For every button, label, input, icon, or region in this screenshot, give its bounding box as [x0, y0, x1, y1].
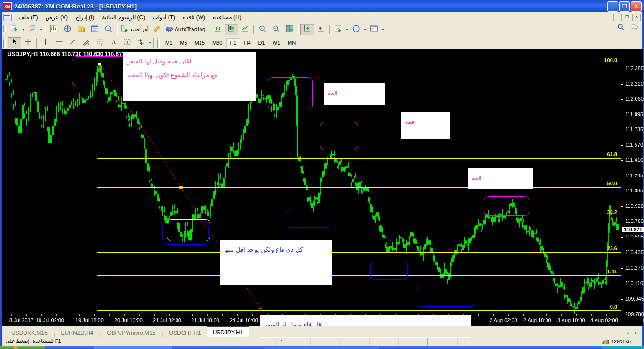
toolbar-grip[interactable]	[157, 38, 160, 48]
drawn-rectangle-shape[interactable]	[268, 77, 313, 110]
menu-item[interactable]: أدوات (T)	[149, 13, 179, 22]
profiles-button[interactable]	[25, 24, 39, 35]
taskbar-button[interactable]	[264, 346, 379, 349]
mdi-restore-button[interactable]: ❐	[623, 14, 631, 21]
templates-dropdown-arrow[interactable]: ▼	[381, 24, 385, 35]
crosshair-tool-button[interactable]	[21, 37, 35, 48]
timeframe-button-mn[interactable]: MN	[284, 38, 299, 48]
toolbar-grip[interactable]	[3, 25, 6, 34]
taskbar-button[interactable]	[94, 346, 172, 349]
menu-item[interactable]: الرسوم البيانية (C)	[98, 13, 149, 22]
tab-scroll-left-icon[interactable]: ◄	[625, 331, 629, 335]
timeframe-button-m15[interactable]: M15	[191, 38, 209, 48]
periods-dropdown-arrow[interactable]: ▼	[363, 24, 367, 35]
chart-tab-eurnzdh4[interactable]: EURNZD,H4	[56, 327, 99, 337]
drawn-rectangle-shape[interactable]	[370, 262, 408, 280]
timeframe-button-h1[interactable]: H1	[226, 38, 240, 48]
line-studies-toolbar: EFAT▼M1M5M15M30H1H4D1W1MN	[2, 36, 642, 49]
text-tool-button[interactable]: A	[107, 37, 121, 48]
toolbar-grip[interactable]	[3, 38, 6, 48]
new-order-button[interactable]: أمر جديد	[119, 24, 150, 35]
chart-candles-button[interactable]	[225, 24, 238, 35]
zoom-out-button[interactable]	[269, 24, 283, 35]
fibonacci-tool-button[interactable]: F	[93, 37, 107, 48]
start-button-fragment[interactable]	[0, 346, 45, 349]
tile-windows-button[interactable]	[283, 24, 297, 35]
strategy-tester-button[interactable]	[102, 24, 115, 35]
timeframe-button-m5[interactable]: M5	[176, 38, 191, 48]
chart-line-button[interactable]	[238, 24, 252, 35]
search-icon[interactable]	[617, 24, 625, 33]
chart-tab-usddkkm15[interactable]: USDDKK,M15	[6, 327, 53, 337]
menu-item[interactable]: عرض (V)	[41, 13, 72, 22]
menu-item[interactable]: نافذة (W)	[179, 13, 209, 22]
price-axis-label: 111.085	[625, 188, 643, 193]
menu-item[interactable]: إدراج (I)	[72, 13, 98, 22]
label-tool-button[interactable]: T	[121, 37, 134, 48]
close-button[interactable]: ✕	[631, 1, 642, 12]
chart-tab-usdchfh1[interactable]: USDCHF,H1	[163, 327, 206, 337]
new-chart-dropdown-arrow[interactable]: ▼	[21, 24, 25, 35]
vline-tool-button[interactable]	[39, 37, 52, 48]
autotrading-button[interactable]: AutoTrading	[164, 24, 207, 35]
maximize-button[interactable]: ❐	[619, 1, 630, 12]
channel-tool-button[interactable]: E	[80, 37, 93, 48]
timeframe-button-m30[interactable]: M30	[209, 38, 226, 48]
windows-taskbar[interactable]	[0, 346, 644, 349]
fibonacci-level-line-1.41[interactable]	[97, 275, 621, 276]
timeframe-button-m1[interactable]: M1	[161, 38, 176, 48]
text-annotation-box[interactable]: قمه	[468, 168, 533, 189]
timeframe-button-w1[interactable]: W1	[269, 38, 284, 48]
profiles-dropdown-arrow[interactable]: ▼	[39, 24, 43, 35]
metaeditor-button[interactable]	[150, 24, 164, 35]
title-bar[interactable]: XM 24006887: XM.COM-Real 23 - [USDJPY,H1…	[0, 0, 644, 12]
fibonacci-level-line-23.6[interactable]	[97, 252, 621, 253]
mdi-minimize-button[interactable]: —	[613, 14, 622, 21]
drawn-rectangle-shape[interactable]	[416, 286, 475, 307]
hline-tool-button[interactable]	[52, 37, 66, 48]
zoom-in-button[interactable]	[256, 24, 269, 35]
fibonacci-level-line-50.0[interactable]	[97, 187, 621, 188]
time-axis-label: 20 Jul 10:00	[114, 317, 143, 323]
text-annotation-box[interactable]: قمه	[401, 112, 450, 139]
shapes-dropdown-arrow[interactable]: ▼	[148, 38, 152, 48]
chart-tab-usdjpyh1[interactable]: USDJPY,H1	[207, 326, 249, 337]
price-axis[interactable]: 112.385112.220112.060111.895111.735111.5…	[621, 49, 643, 326]
drawn-rectangle-shape[interactable]	[162, 222, 209, 245]
text-annotation-box[interactable]: قمه	[324, 83, 385, 105]
chart-bars-button[interactable]	[211, 24, 225, 35]
chart-document-icon[interactable]	[3, 14, 12, 21]
templates-button[interactable]	[367, 24, 381, 35]
new-chart-button[interactable]	[8, 24, 21, 35]
cursor-tool-button[interactable]	[8, 37, 21, 48]
navigator-button[interactable]	[74, 24, 88, 35]
trendline-tool-button[interactable]	[66, 37, 80, 48]
market-watch-button[interactable]	[47, 24, 61, 35]
chart-tab-gbpjpymicrom15[interactable]: GBPJPYmicro,M15	[101, 327, 161, 337]
fibonacci-level-line-61.8[interactable]	[97, 158, 621, 159]
minimize-button[interactable]: —	[607, 1, 618, 12]
periods-button[interactable]	[349, 24, 363, 35]
menu-item[interactable]: ملف (F)	[15, 13, 41, 22]
auto-scroll-button[interactable]	[300, 24, 314, 35]
text-annotation-box[interactable]: كل دي قاع ولكن يوجد اقل منها	[220, 240, 332, 285]
data-window-button[interactable]	[61, 24, 74, 35]
terminal-button[interactable]	[88, 24, 102, 35]
indicators-dropdown-arrow[interactable]: ▼	[345, 24, 349, 35]
chart-plot-area[interactable]: 100.061.850.038.223.61.410.0اغلى قمه وصل…	[4, 49, 621, 314]
drawn-rectangle-shape[interactable]	[72, 56, 127, 86]
indicators-button[interactable]	[331, 24, 345, 35]
mdi-close-button[interactable]: ✕	[632, 14, 641, 21]
timeframe-button-h4[interactable]: H4	[240, 38, 254, 48]
timeframe-button-d1[interactable]: D1	[255, 38, 269, 48]
chat-icon[interactable]	[630, 24, 638, 33]
drawn-rectangle-shape[interactable]	[484, 196, 529, 216]
text-annotation-box[interactable]: اغلى قمه وصل لها السعرمع مراعاه الشموع ت…	[123, 52, 256, 101]
chart-shift-button[interactable]	[314, 24, 328, 35]
menu-item[interactable]: مساعدة (H)	[209, 13, 245, 22]
drawn-rectangle-shape[interactable]	[286, 209, 330, 228]
tab-scroll-right-icon[interactable]: ►	[634, 331, 638, 335]
shapes-tool-button[interactable]	[134, 37, 148, 48]
fibonacci-level-line-38.2[interactable]	[97, 216, 621, 216]
drawn-rectangle-shape[interactable]	[320, 122, 358, 150]
